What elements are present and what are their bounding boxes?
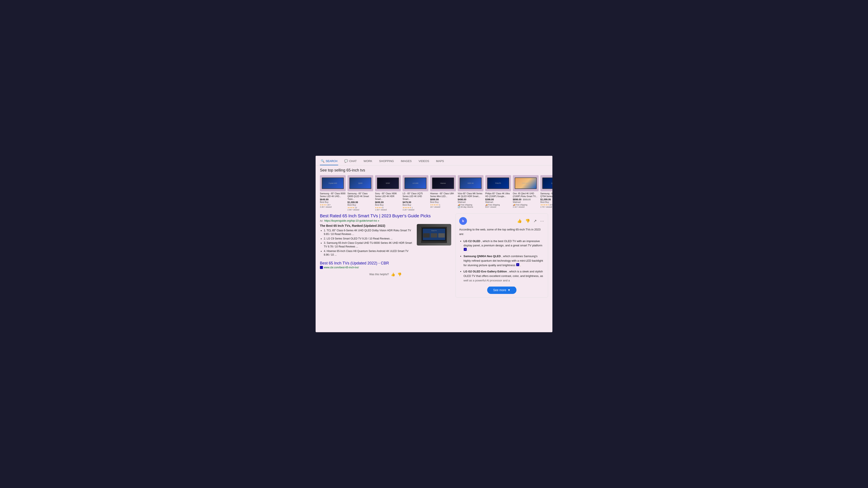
thumbs-up-ai-button[interactable]: 👍: [517, 218, 522, 224]
ai-panel: b 👍 👎 ↗ ⋯ According to the web, some of …: [456, 214, 548, 298]
chat-icon: 💬: [344, 159, 348, 163]
svg-rect-3: [423, 233, 430, 237]
left-column: Best Rated 65 Inch Smart TVs | 2023 Buye…: [320, 214, 456, 298]
thumbs-down-ai-button[interactable]: 👎: [525, 218, 530, 224]
article-thumbnail: Smart TV: [417, 224, 451, 246]
main-content: Best Rated 65 Inch Smart TVs | 2023 Buye…: [316, 214, 552, 298]
tab-chat[interactable]: 💬 CHAT: [343, 158, 358, 165]
product-image: SONY: [375, 175, 401, 191]
ad-badge: Ad: [320, 220, 322, 222]
citation-badge: 1: [464, 248, 467, 251]
product-card[interactable]: LG UHD LG - 65" Class UQ75 Series LED 4K…: [403, 175, 428, 211]
product-image: LG UHD: [403, 175, 428, 191]
thumbs-up-button[interactable]: 👍: [391, 272, 395, 276]
ai-intro: According to the web, some of the top se…: [459, 227, 545, 236]
list-item: 2. LG C9 Series Smart OLED TV 9.20 / 10 …: [324, 237, 413, 240]
nav-tabs: 🔍 SEARCH 💬 CHAT WORK SHOPPING IMAGES VID…: [316, 156, 552, 165]
list-item: 1. TCL 65" Class 6-Series 4K UHD QLED Do…: [324, 229, 413, 236]
product-card[interactable]: QLED Samsung - 65" Class Q80B QLED 4K Sm…: [347, 175, 373, 211]
product-image: VIZIO 4K: [458, 175, 484, 191]
product-carousel: Crystal UHD Samsung - 65" Class 8000 Ser…: [316, 174, 552, 214]
article-title-1[interactable]: Best Rated 65 Inch Smart TVs | 2023 Buye…: [320, 214, 451, 218]
url-dropdown-icon[interactable]: ▾: [378, 220, 379, 222]
svg-rect-5: [438, 233, 445, 237]
main-screen: 🔍 SEARCH 💬 CHAT WORK SHOPPING IMAGES VID…: [316, 156, 552, 332]
tab-images[interactable]: IMAGES: [400, 158, 413, 165]
tab-videos[interactable]: VIDEOS: [417, 158, 430, 165]
article-list: 1. TCL 65" Class 6-Series 4K UHD QLED Do…: [320, 229, 413, 257]
more-options-ai-button[interactable]: ⋯: [540, 218, 545, 224]
ai-logo: b: [459, 217, 467, 225]
product-card[interactable]: QLED Samsung - 65" Class Q70A Series QLE…: [540, 175, 552, 211]
article-result-1: Best Rated 65 Inch Smart TVs | 2023 Buye…: [320, 214, 451, 258]
list-item: 4. Hisense 65-Inch Class H8 Quantum Seri…: [324, 249, 413, 257]
tab-shopping[interactable]: SHOPPING: [378, 158, 395, 165]
product-card[interactable]: VIZIO 4K Vizio 65" Class M6 Series 4K QL…: [458, 175, 484, 211]
right-column: b 👍 👎 ↗ ⋯ According to the web, some of …: [456, 214, 548, 298]
product-image: Crystal UHD: [320, 175, 346, 191]
article-result-2: Best 65 Inch TVs (Updated 2022) - CBR ww…: [320, 261, 451, 269]
ai-panel-header: b 👍 👎 ↗ ⋯: [459, 217, 545, 225]
citation-badge: 1: [516, 263, 519, 266]
see-more-button[interactable]: See more ▼: [487, 286, 517, 294]
product-image: Hisense: [430, 175, 456, 191]
article-title-2[interactable]: Best 65 Inch TVs (Updated 2022) - CBR: [320, 261, 451, 265]
article-url-2[interactable]: www.cbr.com/best-65-inch-tvs/: [324, 266, 359, 269]
article-subtitle: The Best 65 Inch TVs, Ranked (Updated 20…: [320, 224, 413, 227]
feedback-row: Was this helpful? 👍 👎: [320, 272, 451, 276]
article-url[interactable]: https://buyersguide.org/top-10-guide/sma…: [324, 219, 377, 222]
share-ai-button[interactable]: ↗: [533, 218, 537, 224]
product-card[interactable]: PHILIPS Philips 65" Class 4K Ultra HD (2…: [485, 175, 511, 211]
feedback-label: Was this helpful?: [369, 273, 389, 276]
ai-list-item: LG G2 OLED Evo Gallery Edition , which i…: [464, 269, 545, 283]
favicon-icon: [320, 266, 323, 269]
list-item: 3. Samsung 65-Inch Class Crystal UHD TU-…: [324, 241, 413, 249]
product-card[interactable]: Hisense Hisense - 65" Class U8H Series M…: [430, 175, 456, 211]
tab-maps[interactable]: MAPS: [435, 158, 445, 165]
carousel-title: See top selling 65-inch tvs: [316, 165, 552, 174]
product-card[interactable]: ONN QLED Onn. 65 Qled 4K UHD (2160P) Rok…: [513, 175, 538, 211]
ai-list-item: LG C2 OLED , which is the best OLED TV w…: [464, 239, 545, 253]
tab-work[interactable]: WORK: [363, 158, 373, 165]
ai-list: LG C2 OLED , which is the best OLED TV w…: [459, 239, 545, 283]
thumbs-down-button[interactable]: 👎: [397, 272, 402, 276]
product-card[interactable]: Crystal UHD Samsung - 65" Class 8000 Ser…: [320, 175, 346, 211]
ai-list-item: Samsung QN90A Neo QLED , which combines …: [464, 254, 545, 268]
product-image: ONN QLED: [513, 175, 538, 191]
product-card[interactable]: SONY Sony - 65" Class X80K Series LED 4K…: [375, 175, 401, 211]
ai-header-actions: 👍 👎 ↗ ⋯: [517, 218, 545, 224]
product-image: QLED: [347, 175, 373, 191]
product-image: QLED: [540, 175, 552, 191]
search-icon: 🔍: [321, 159, 324, 163]
svg-rect-4: [431, 233, 437, 237]
product-image: PHILIPS: [485, 175, 511, 191]
tab-search[interactable]: 🔍 SEARCH: [320, 158, 338, 165]
svg-text:Smart TV: Smart TV: [431, 230, 437, 231]
